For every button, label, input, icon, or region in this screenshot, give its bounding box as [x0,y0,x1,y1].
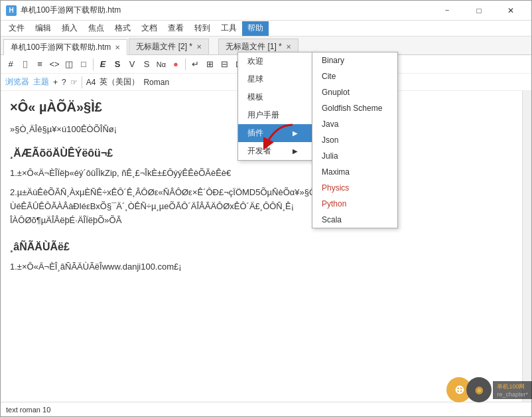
content-area: ×Ô« µÀÕÄ»§Ì£ »§Ò¸ÄÎê§µ¥×ú100ÊÒÕÎÑø¡ ¸ÄÆÃ… [1,91,531,402]
toolbar-sep-2 [185,58,186,70]
tb-brackets[interactable]: <> [47,57,62,72]
maximize-button[interactable]: □ [464,1,494,21]
menu-goto[interactable]: 转到 [189,21,216,36]
tb-icon3[interactable]: ⊟ [217,57,232,72]
editor[interactable]: ×Ô« µÀÕÄ»§Ì£ »§Ò¸ÄÎê§µ¥×ú100ÊÒÕÎÑø¡ ¸ÄÆÃ… [1,91,522,402]
tb2-question[interactable]: ? [62,78,66,87]
tb-na[interactable]: Nα [154,57,168,72]
tb-icon5[interactable]: ⊠ [246,57,261,72]
main-window: H 单机100手游网下载帮助.htm － □ ✕ 文件 编辑 插入 焦点 格式 … [0,0,532,417]
tb2-plus[interactable]: + [53,78,58,87]
close-button[interactable]: ✕ [496,1,526,21]
tb-icon2[interactable]: ⊞ [202,57,217,72]
menu-edit[interactable]: 编辑 [30,21,56,36]
window-title: 单机100手游网下载帮助.htm [21,5,432,16]
tb-s[interactable]: S [110,57,125,72]
tab-2-close[interactable]: ✕ [286,43,291,50]
tb2-browser[interactable]: 浏览器 [5,76,29,88]
heading-3: ¸âÑÃÄÙÃë£ [10,238,513,256]
tb-v[interactable]: V [125,57,139,72]
tb-box[interactable]: □ [76,57,91,72]
heading-2: ¸ÄÆÃõöÄÙÊÝëôü¬£ [10,145,513,162]
status-text: text roman 10 [6,406,50,414]
heading-1: ×Ô« µÀÕÄ»§Ì£ [10,96,513,118]
tab-0-close[interactable]: ✕ [115,44,120,51]
menu-format[interactable]: 格式 [109,21,136,36]
tb-hash[interactable]: # [3,57,18,72]
tb2-theme[interactable]: 主题 [33,76,49,88]
tab-1[interactable]: 无标题文件 [2] * ✕ [129,39,209,54]
para-3: 2.µ±ÄùÊèÕÃÑ¸ÀxµÈÑÊ÷xÊÔ´Ê¸ÂÔØε«ÑÂÔØε×Ê´ÔÐ… [10,186,513,227]
toolbar-1: # ⌷ ≡ <> ◫ □ E S V S Nα ● ↵ ⊞ ⊟ ⊡ ⊠ [1,55,531,74]
tab-1-close[interactable]: ✕ [196,43,202,50]
tab-0[interactable]: 单机100手游网下载帮助.htm ✕ [3,39,127,55]
menu-insert[interactable]: 插入 [56,21,83,36]
para-4: 1.±×Ô«Ä¬ÈÎ¸âÑÃÄÙÃëÎwww.danji100.com£¡ [10,260,513,274]
toolbar-sep-1 [93,58,94,70]
tb-lines[interactable]: ≡ [33,57,47,72]
tab-bar: 单机100手游网下载帮助.htm ✕ 无标题文件 [2] * ✕ 无标题文件 [… [1,37,531,55]
menu-view[interactable]: 查看 [163,21,189,36]
menu-file[interactable]: 文件 [3,21,30,36]
tb-square[interactable]: ⌷ [18,57,33,72]
tb-icon4[interactable]: ⊡ [232,57,246,72]
menu-help[interactable]: 帮助 [242,21,269,36]
tb-s2[interactable]: S [139,57,154,72]
tab-1-label: 无标题文件 [2] * [136,41,192,52]
menu-focus[interactable]: 焦点 [83,21,109,36]
tb-color[interactable]: ● [168,57,183,72]
tb2-font[interactable]: Roman [143,78,169,87]
tb2-lang[interactable]: 英（美国） [100,76,139,88]
menu-bar: 文件 编辑 插入 焦点 格式 文档 查看 转到 工具 帮助 [1,21,531,37]
menu-tools[interactable]: 工具 [216,21,242,36]
tab-2-label: 无标题文件 [1] * [226,41,282,52]
scrollbar-vertical[interactable] [522,91,531,402]
para-1: »§Ò¸ÄÎê§µ¥×ú100ÊÒÕÎÑø¡ [10,123,513,137]
toolbar-2: 浏览器 主题 + ? ☞ A4 英（美国） Roman [1,74,531,91]
app-icon: H [6,5,17,16]
minimize-button[interactable]: － [432,1,462,21]
tb-frame[interactable]: ◫ [62,57,76,72]
menu-document[interactable]: 文档 [136,21,163,36]
tb-e[interactable]: E [96,57,110,72]
window-controls: － □ ✕ [432,1,526,21]
tab-2[interactable]: 无标题文件 [1] * ✕ [218,39,299,54]
status-bar: text roman 10 [1,402,531,416]
para-2: 1.±×Ô«Ä¬ÈÎÏëþ«éý´ôûÎÌkZip, ñÊ¸£¬ÎkÈ±£Ôýý… [10,167,513,181]
toolbar2-sep [82,76,82,88]
tb2-hand[interactable]: ☞ [70,78,78,87]
title-bar: H 单机100手游网下载帮助.htm － □ ✕ [1,1,531,21]
tab-0-label: 单机100手游网下载帮助.htm [11,42,111,53]
tb2-a4[interactable]: A4 [86,78,96,87]
tb-icon1[interactable]: ↵ [188,57,202,72]
